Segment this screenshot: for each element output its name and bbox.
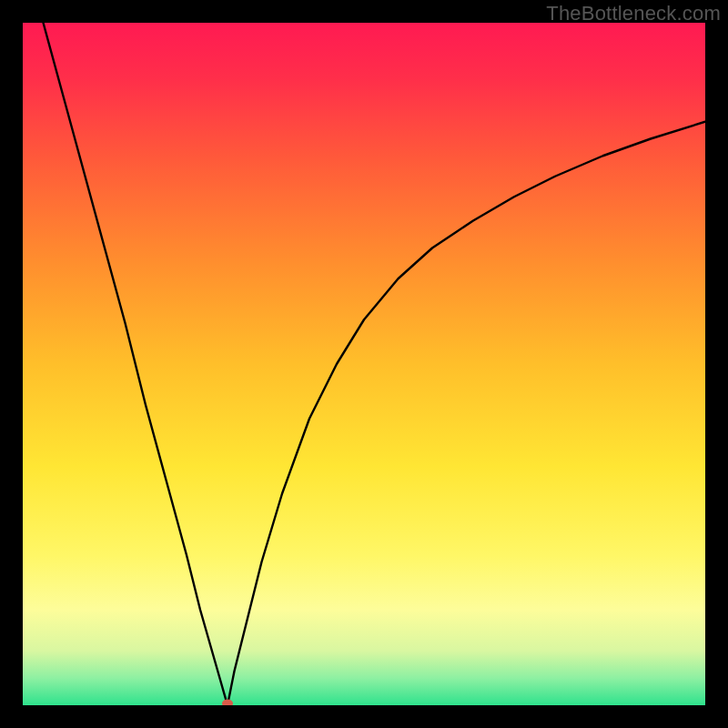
gradient-background <box>23 23 705 705</box>
chart-frame: TheBottleneck.com <box>0 0 728 728</box>
plot-area <box>23 23 705 705</box>
bottleneck-chart <box>23 23 705 705</box>
